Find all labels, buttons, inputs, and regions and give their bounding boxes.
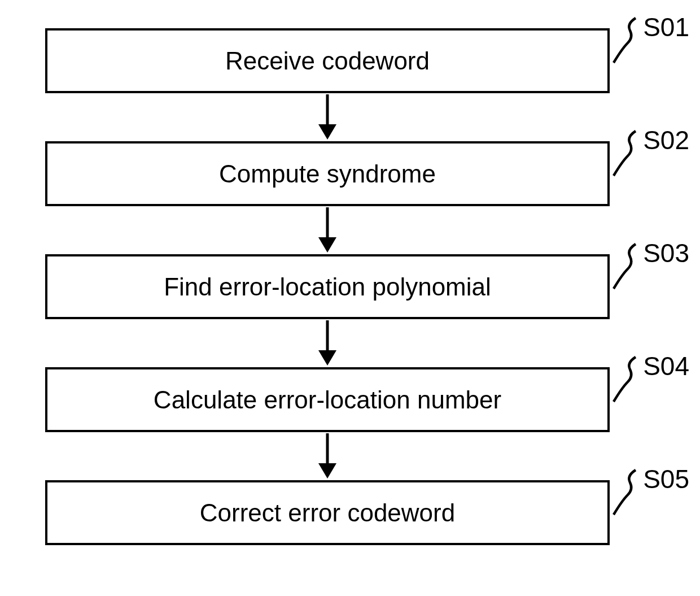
wavy-connector-icon	[612, 467, 643, 517]
flowchart-container: Receive codeword S01 Compute syndrome S0…	[45, 28, 610, 545]
step-label: S02	[643, 125, 689, 155]
svg-marker-5	[318, 350, 336, 366]
label-container: S01	[612, 15, 689, 66]
arrow-icon	[45, 206, 610, 254]
step-box-4: Calculate error-location number S04	[45, 367, 610, 432]
step-text: Correct error codeword	[200, 499, 455, 527]
step-box-1: Receive codeword S01	[45, 28, 610, 93]
step-label: S03	[643, 238, 689, 268]
step-text: Compute syndrome	[219, 160, 436, 188]
wavy-connector-icon	[612, 241, 643, 292]
label-container: S03	[612, 241, 689, 292]
step-box-5: Correct error codeword S05	[45, 480, 610, 545]
svg-marker-7	[318, 463, 336, 478]
step-box-3: Find error-location polynomial S03	[45, 254, 610, 319]
svg-marker-3	[318, 237, 336, 253]
step-label: S04	[643, 351, 689, 381]
step-text: Find error-location polynomial	[164, 273, 491, 301]
wavy-connector-icon	[612, 354, 643, 404]
arrow-icon	[45, 319, 610, 367]
step-text: Receive codeword	[225, 47, 430, 75]
svg-marker-1	[318, 124, 336, 140]
label-container: S04	[612, 354, 689, 404]
arrow-icon	[45, 432, 610, 480]
label-container: S05	[612, 467, 689, 517]
step-text: Calculate error-location number	[154, 386, 501, 414]
step-box-2: Compute syndrome S02	[45, 141, 610, 206]
wavy-connector-icon	[612, 128, 643, 179]
step-label: S05	[643, 464, 689, 494]
step-label: S01	[643, 12, 689, 42]
arrow-icon	[45, 93, 610, 141]
wavy-connector-icon	[612, 15, 643, 66]
label-container: S02	[612, 128, 689, 179]
